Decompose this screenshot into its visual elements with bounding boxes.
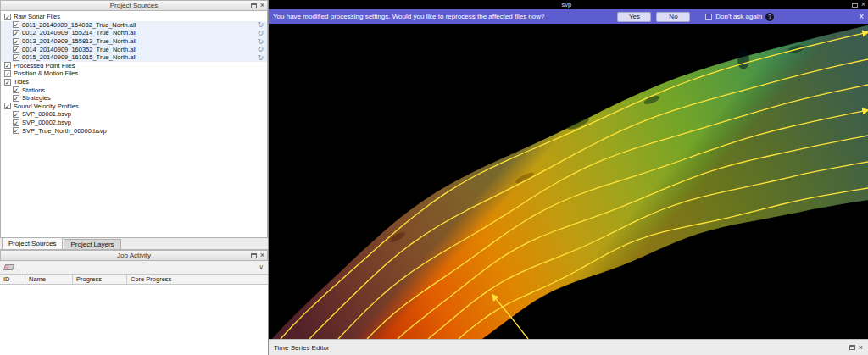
tree-item-label: SVP_True_North_00000.bsvp bbox=[22, 127, 107, 135]
checkbox[interactable]: ✓ bbox=[4, 103, 11, 109]
tree-item-position-motion-files[interactable]: ✓Position & Motion Files bbox=[1, 69, 267, 78]
time-series-editor-bar: Time Series Editor × bbox=[269, 339, 868, 355]
job-activity-table-body bbox=[0, 285, 268, 355]
swath-shading bbox=[272, 25, 868, 339]
checkbox[interactable]: ✓ bbox=[4, 14, 11, 20]
chevron-down-icon[interactable]: ∨ bbox=[259, 264, 264, 271]
checkbox[interactable]: ✓ bbox=[13, 54, 19, 61]
reprocess-notification-bar: You have modified processing settings. W… bbox=[269, 9, 868, 24]
yes-button[interactable]: Yes bbox=[617, 12, 651, 22]
scene-window: svp_ × You have modified processing sett… bbox=[269, 0, 868, 355]
tree-item-stations[interactable]: ✓Stations bbox=[1, 86, 267, 94]
clear-jobs-icon[interactable] bbox=[3, 264, 14, 270]
checkbox[interactable]: ✓ bbox=[13, 30, 19, 36]
tree-item-label: SVP_00001.bsvp bbox=[22, 110, 71, 118]
column-header-name: Name bbox=[25, 275, 73, 284]
notification-close-icon[interactable]: × bbox=[859, 13, 864, 21]
tree-item-label: 0014_20140909_160352_True_North.all bbox=[22, 46, 136, 53]
tree-item-svp-file[interactable]: ✓SVP_True_North_00000.bsvp bbox=[1, 126, 267, 135]
close-icon[interactable]: × bbox=[260, 252, 264, 258]
bathymetry-swath bbox=[269, 24, 868, 339]
tab-label: Project Sources bbox=[8, 240, 56, 247]
scene-title: svp_ bbox=[562, 1, 576, 8]
tab-project-layers[interactable]: Project Layers bbox=[64, 239, 120, 249]
reprocess-icon[interactable]: ↻ bbox=[257, 54, 264, 61]
tree-item-label: 0011_20140909_154032_True_North.all bbox=[22, 21, 136, 29]
tree-item-sonar-file[interactable]: ✓0012_20140909_155214_True_North.all↻ bbox=[1, 29, 267, 37]
close-icon[interactable]: × bbox=[861, 2, 865, 8]
tree-item-sonar-file[interactable]: ✓0011_20140909_154032_True_North.all↻ bbox=[1, 21, 267, 30]
tree-item-sonar-file[interactable]: ✓0013_20140909_155813_True_North.all↻ bbox=[1, 37, 267, 46]
checkbox[interactable]: ✓ bbox=[13, 95, 19, 102]
tree-item-label: 0013_20140909_155813_True_North.all bbox=[22, 37, 136, 45]
job-activity-toolbar: ∨ bbox=[0, 261, 268, 275]
bathymetry-scene-view[interactable] bbox=[269, 24, 868, 339]
tree-item-label: Position & Motion Files bbox=[14, 69, 78, 77]
notification-message: You have modified processing settings. W… bbox=[273, 13, 544, 20]
tree-item-svp-file[interactable]: ✓SVP_00001.bsvp bbox=[1, 110, 267, 119]
tree-item-svp-file[interactable]: ✓SVP_00002.bsvp bbox=[1, 119, 267, 127]
tree-item-label: SVP_00002.bsvp bbox=[22, 119, 71, 126]
job-activity-table-header: ID Name Progress Core Progress bbox=[0, 275, 268, 285]
column-header-core-progress: Core Progress bbox=[127, 275, 268, 284]
tree-item-label: Tides bbox=[14, 78, 29, 86]
project-sources-titlebar: Project Sources × bbox=[0, 0, 268, 11]
column-header-progress: Progress bbox=[73, 275, 127, 284]
reprocess-icon[interactable]: ↻ bbox=[257, 38, 264, 45]
left-dock: Project Sources × ✓Raw Sonar Files ✓0011… bbox=[0, 0, 269, 355]
tree-item-label: Processed Point Files bbox=[14, 62, 75, 69]
scene-titlebar: svp_ × bbox=[269, 0, 868, 9]
no-button[interactable]: No bbox=[656, 12, 690, 22]
time-series-editor-label: Time Series Editor bbox=[274, 344, 330, 352]
checkbox[interactable]: ✓ bbox=[4, 79, 11, 86]
tree-item-sonar-file[interactable]: ✓0015_20140909_161015_True_North.all↻ bbox=[1, 53, 267, 62]
float-icon[interactable] bbox=[849, 345, 855, 350]
tree-item-label: Stations bbox=[22, 86, 45, 94]
project-sources-tree: ✓Raw Sonar Files ✓0011_20140909_154032_T… bbox=[0, 11, 268, 238]
tree-item-label: Raw Sonar Files bbox=[14, 13, 60, 20]
tree-item-processed-point-files[interactable]: ✓Processed Point Files bbox=[1, 62, 267, 70]
reprocess-icon[interactable]: ↻ bbox=[257, 21, 264, 28]
reprocess-icon[interactable]: ↻ bbox=[257, 30, 264, 36]
reprocess-icon[interactable]: ↻ bbox=[257, 46, 264, 53]
float-icon[interactable] bbox=[251, 3, 257, 8]
checkbox[interactable]: ✓ bbox=[4, 70, 11, 77]
checkbox[interactable]: ✓ bbox=[13, 86, 19, 93]
project-sources-title: Project Sources bbox=[1, 2, 267, 9]
tree-item-strategies[interactable]: ✓Strategies bbox=[1, 94, 267, 103]
tab-label: Project Layers bbox=[70, 241, 114, 248]
dock-tabs: Project Sources Project Layers bbox=[0, 238, 268, 250]
column-header-id: ID bbox=[0, 275, 25, 284]
checkbox[interactable]: ✓ bbox=[13, 21, 19, 28]
job-activity-title: Job Activity bbox=[1, 252, 267, 259]
float-icon[interactable] bbox=[852, 3, 858, 8]
checkbox[interactable]: ✓ bbox=[13, 111, 19, 118]
checkbox[interactable]: ✓ bbox=[13, 119, 19, 126]
tree-item-raw-sonar-files[interactable]: ✓Raw Sonar Files bbox=[1, 13, 267, 21]
tree-item-label: 0015_20140909_161015_True_North.all bbox=[22, 53, 136, 61]
tree-item-sound-velocity-profiles[interactable]: ✓Sound Velocity Profiles bbox=[1, 103, 267, 111]
tab-project-sources[interactable]: Project Sources bbox=[2, 237, 63, 249]
tree-item-label: Strategies bbox=[22, 94, 51, 102]
close-icon[interactable]: × bbox=[859, 345, 863, 351]
help-icon[interactable]: ? bbox=[765, 13, 774, 21]
checkbox[interactable]: ✓ bbox=[4, 62, 11, 69]
tree-item-label: 0012_20140909_155214_True_North.all bbox=[22, 29, 136, 36]
checkbox[interactable]: ✓ bbox=[13, 127, 19, 134]
float-icon[interactable] bbox=[251, 253, 257, 258]
job-activity-titlebar: Job Activity × bbox=[0, 250, 268, 261]
tree-item-tides[interactable]: ✓Tides bbox=[1, 78, 267, 86]
checkbox[interactable]: ✓ bbox=[13, 46, 19, 53]
dont-ask-again-checkbox[interactable] bbox=[705, 14, 712, 20]
checkbox[interactable]: ✓ bbox=[13, 38, 19, 45]
close-icon[interactable]: × bbox=[260, 3, 264, 8]
tree-item-sonar-file[interactable]: ✓0014_20140909_160352_True_North.all↻ bbox=[1, 45, 267, 53]
dont-ask-again-label: Don't ask again bbox=[715, 13, 762, 20]
tree-item-label: Sound Velocity Profiles bbox=[14, 103, 79, 110]
